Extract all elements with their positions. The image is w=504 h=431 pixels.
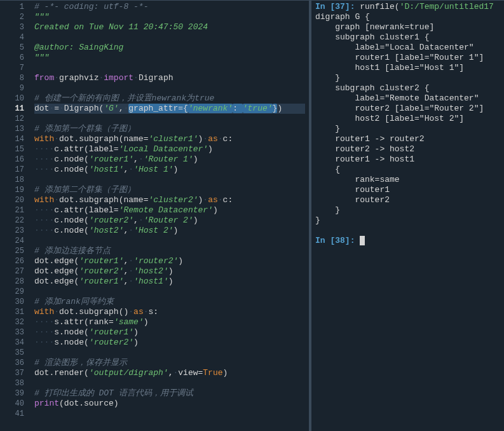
line-number: 35: [3, 348, 24, 358]
console-output-line: digraph G {: [315, 12, 500, 22]
console-output-line: router2 [label="Router 2"]: [315, 104, 500, 114]
line-number: 13: [3, 124, 24, 134]
code-line[interactable]: from·graphviz·import·Digraph: [34, 73, 305, 83]
line-number: 18: [3, 175, 24, 185]
line-number: 12: [3, 114, 24, 124]
code-line[interactable]: [34, 236, 305, 246]
console-output-line: subgraph cluster2 {: [315, 83, 500, 93]
console-output-line: }: [315, 205, 500, 216]
console-input[interactable]: In [38]:: [315, 236, 500, 246]
line-number: 16: [3, 154, 24, 165]
line-number: 10: [3, 93, 24, 104]
code-line[interactable]: ····s.node('router1'): [34, 327, 305, 338]
line-number: 14: [3, 134, 24, 144]
code-line[interactable]: # 渲染图形，保存并显示: [34, 358, 305, 368]
line-number: 30: [3, 297, 24, 307]
code-line[interactable]: ····c.node('router1',·'Router 1'): [34, 154, 305, 165]
console-output-line: router1 [label="Router 1"]: [315, 53, 500, 63]
code-line[interactable]: dot.edge('router2',·'host2'): [34, 266, 305, 277]
code-line[interactable]: with·dot.subgraph(name='cluster1')·as·c:: [34, 134, 305, 144]
line-number: 7: [3, 63, 24, 73]
code-line[interactable]: dot.edge('router1',·'router2'): [34, 256, 305, 266]
code-line[interactable]: [34, 287, 305, 297]
line-number: 11: [3, 104, 24, 114]
line-number: 41: [3, 409, 24, 419]
line-number: 17: [3, 165, 24, 175]
line-number: 32: [3, 317, 24, 327]
line-number: 6: [3, 53, 24, 63]
console-output-line: router2 -> host2: [315, 144, 500, 154]
code-line[interactable]: @author: SaingKing: [34, 43, 305, 53]
code-line[interactable]: # 添加第二个群集（子图）: [34, 185, 305, 195]
line-number: 1: [3, 2, 24, 12]
code-line[interactable]: ····c.attr(label='Local Datacenter'): [34, 144, 305, 154]
console-output-line: router2: [315, 195, 500, 205]
code-line[interactable]: dot.render('output/digraph',·view=True): [34, 368, 305, 378]
console-output-line: }: [315, 73, 500, 83]
code-line[interactable]: [34, 83, 305, 93]
line-number: 36: [3, 358, 24, 368]
line-number: 37: [3, 368, 24, 378]
console-output-line: router1: [315, 185, 500, 195]
code-line[interactable]: # -*- coding: utf-8 -*-: [34, 2, 305, 12]
code-line[interactable]: [34, 409, 305, 419]
code-line[interactable]: [34, 378, 305, 388]
code-line[interactable]: [34, 348, 305, 358]
code-line[interactable]: ····c.attr(label='Remote Datacenter'): [34, 205, 305, 216]
line-number: 24: [3, 236, 24, 246]
code-line[interactable]: # 添加边连接各节点: [34, 246, 305, 256]
line-gutter: 1234567891011121314151617181920212223242…: [0, 1, 31, 431]
line-number: 20: [3, 195, 24, 205]
line-number: 22: [3, 216, 24, 226]
code-line[interactable]: ····s.attr(rank='same'): [34, 317, 305, 327]
code-line[interactable]: [34, 32, 305, 43]
line-number: 23: [3, 226, 24, 236]
line-number: 38: [3, 378, 24, 388]
console-output-line: {: [315, 165, 500, 175]
line-number: 3: [3, 22, 24, 32]
code-line[interactable]: [34, 114, 305, 124]
code-line[interactable]: ····c.node('host2',·'Host 2'): [34, 226, 305, 236]
console-output-line: graph [newrank=true]: [315, 22, 500, 32]
line-number: 5: [3, 43, 24, 53]
code-line[interactable]: dot·=·Digraph('G',·graph_attr={'newrank'…: [34, 104, 305, 114]
code-line[interactable]: """: [34, 12, 305, 22]
code-line[interactable]: ····c.node('router2',·'Router 2'): [34, 216, 305, 226]
line-number: 9: [3, 83, 24, 93]
code-line[interactable]: Created on Tue Nov 11 20:47:50 2024: [34, 22, 305, 32]
code-line[interactable]: ····s.node('router2'): [34, 338, 305, 348]
code-line[interactable]: """: [34, 53, 305, 63]
line-number: 29: [3, 287, 24, 297]
code-line[interactable]: # 添加rank同等约束: [34, 297, 305, 307]
console-output-line: router1 -> router2: [315, 134, 500, 144]
code-line[interactable]: with·dot.subgraph()·as·s:: [34, 307, 305, 317]
line-number: 19: [3, 185, 24, 195]
code-line[interactable]: # 添加第一个群集（子图）: [34, 124, 305, 134]
console-output-line: }: [315, 124, 500, 134]
code-line[interactable]: # 创建一个新的有向图，并设置newrank为true: [34, 93, 305, 104]
code-line[interactable]: print(dot.source): [34, 399, 305, 409]
code-editor[interactable]: # -*- coding: utf-8 -*-"""Created on Tue…: [31, 1, 309, 431]
line-number: 15: [3, 144, 24, 154]
line-number: 27: [3, 266, 24, 277]
line-number: 33: [3, 327, 24, 338]
console-output-line: label="Remote Datacenter": [315, 93, 500, 104]
console-output-line: host1 [label="Host 1"]: [315, 63, 500, 73]
console-output-line: host2 [label="Host 2"]: [315, 114, 500, 124]
line-number: 2: [3, 12, 24, 22]
code-line[interactable]: with·dot.subgraph(name='cluster2')·as·c:: [34, 195, 305, 205]
console-output-line: router1 -> host1: [315, 154, 500, 165]
code-line[interactable]: [34, 63, 305, 73]
line-number: 25: [3, 246, 24, 256]
ipython-console[interactable]: In [37]: runfile('D:/Temp/untitled17digr…: [311, 1, 504, 431]
editor-pane: 1234567891011121314151617181920212223242…: [0, 1, 311, 431]
code-line[interactable]: # 打印出生成的 DOT 语言代码，用于调试: [34, 388, 305, 399]
code-line[interactable]: ····c.node('host1',·'Host 1'): [34, 165, 305, 175]
console-input[interactable]: In [37]: runfile('D:/Temp/untitled17: [315, 2, 500, 12]
code-line[interactable]: dot.edge('router1',·'host1'): [34, 277, 305, 287]
code-line[interactable]: [34, 175, 305, 185]
line-number: 31: [3, 307, 24, 317]
line-number: 39: [3, 388, 24, 399]
console-output-line: subgraph cluster1 {: [315, 32, 500, 43]
console-output-line: rank=same: [315, 175, 500, 185]
